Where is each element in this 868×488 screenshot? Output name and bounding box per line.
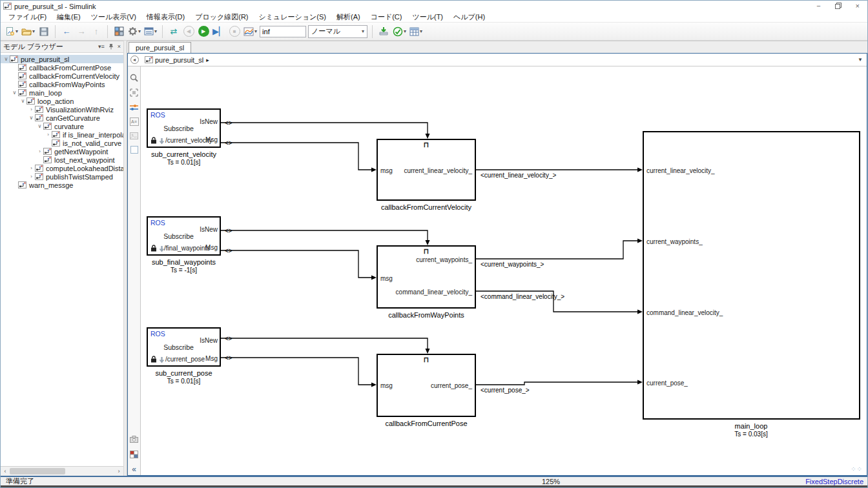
image-annotation-icon[interactable] [129,131,139,141]
tree-item-callbackFromCurrentPose[interactable]: callbackFromCurrentPose [1,63,123,72]
tree-item-main_loop[interactable]: ∨main_loop [1,88,123,97]
stop-button[interactable]: ■ [228,25,241,39]
tree-item-warn_messge[interactable]: warn_messge [1,181,123,189]
tab-pure-pursuit-sl[interactable]: pure_pursuit_sl [129,42,191,53]
tree-item-curvature[interactable]: ∨curvature [1,122,123,130]
expand-arrow-icon[interactable]: › [28,107,35,112]
signal-label[interactable]: <> [225,227,232,234]
model-configuration-button[interactable]: ▾ [143,25,158,39]
menu-code[interactable]: コード(C) [366,12,408,23]
expand-arrow-icon[interactable]: › [36,148,43,154]
tree-item-callbackFromWayPoints[interactable]: callbackFromWayPoints [1,80,123,88]
block-sub-current-pose[interactable]: ROS IsNew Subscribe Msg /current_pose [147,327,221,367]
collapse-strip-icon[interactable]: « [129,464,139,474]
collapse-arrow-icon[interactable]: ∨ [28,115,35,121]
simulation-data-inspector-button[interactable]: ▾ [243,25,258,39]
expand-arrow-icon[interactable]: › [45,132,52,137]
model-settings-button[interactable]: ▾ [127,25,141,39]
tree-item-getNextWaypoint[interactable]: ›getNextWaypoint [1,147,123,156]
menu-simulation[interactable]: シミュレーション(S) [254,12,331,23]
stop-time-input[interactable] [260,26,306,37]
wire-isnew1-to-trigger1[interactable] [221,123,428,134]
signal-label[interactable]: <current_linear_velocity_> [480,172,556,179]
scroll-right-icon[interactable]: › [114,467,123,476]
menu-tools[interactable]: ツール(T) [407,12,448,23]
screenshot-icon[interactable] [129,434,139,444]
tree-item-VisualizationWithRviz[interactable]: ›VisualizationWithRviz [1,105,123,114]
panel-horizontal-scrollbar[interactable]: ‹ › [1,466,123,476]
area-box-icon[interactable] [130,146,138,154]
new-model-button[interactable]: ▾ [5,25,19,39]
panel-pin-icon[interactable] [108,43,114,51]
signal-label[interactable]: <> [225,335,232,342]
scroll-left-icon[interactable]: ‹ [1,467,10,476]
menu-view[interactable]: ツール表示(V) [86,12,141,23]
fast-restart-icon[interactable]: ⇄ [167,25,180,39]
fit-to-view-icon[interactable] [129,88,139,97]
up-to-parent-button[interactable]: ↑ [90,25,103,39]
save-button[interactable] [37,25,50,39]
signal-label[interactable]: <current_waypoints_> [480,261,544,268]
tree-item-is_not_valid_curve[interactable]: is_not_valid_curve [1,139,123,147]
step-forward-button[interactable]: ▶▏ [212,25,226,39]
status-solver-link[interactable]: FixedStepDiscrete [805,478,863,485]
block-callback-from-waypoints[interactable]: ⊓ current_waypoints_ msg command_linear_… [377,245,476,309]
expand-arrow-icon[interactable]: › [28,174,35,179]
tree-item-lost_next_waypoint[interactable]: lost_next_waypoint [1,156,123,164]
new-model-dropdown-icon[interactable]: ▾ [16,28,18,34]
tree-item-loop_action[interactable]: ∨loop_action [1,97,123,105]
deploy-button[interactable] [377,25,390,39]
signal-label[interactable]: <> [225,139,232,147]
wire-isnew2-to-trigger2[interactable] [221,230,428,241]
tree-item-callbackFromCurrentVelocity[interactable]: callbackFromCurrentVelocity [1,72,123,80]
zoom-icon[interactable] [129,73,139,83]
step-back-button[interactable]: ◀ [182,25,195,39]
collapse-arrow-icon[interactable]: ∨ [3,56,10,62]
open-button[interactable]: ▾ [21,25,36,39]
sdi-dropdown-icon[interactable]: ▾ [254,28,257,34]
block-callback-from-current-pose[interactable]: ⊓ msg current_pose_ [377,354,476,417]
restore-button[interactable] [835,3,842,10]
tree-item-canGetCurvature[interactable]: ∨canGetCurvature [1,114,123,122]
menu-analysis[interactable]: 解析(A) [331,12,366,23]
update-diagram-button[interactable]: ▾ [392,25,407,39]
configuration-dropdown-icon[interactable]: ▾ [154,28,157,34]
tree-item-if-is_linear_interpolatio[interactable]: ›if is_linear_interpolatio [1,130,123,139]
diagram-canvas[interactable]: ROS IsNew Subscribe Msg /current_velocit… [141,66,867,475]
signal-label[interactable]: <> [225,247,232,254]
wire-pose-to-mainloop[interactable] [476,382,638,385]
settings-dropdown-icon[interactable]: ▾ [138,28,141,34]
menu-edit[interactable]: 編集(E) [52,12,86,23]
menu-file[interactable]: ファイル(F) [3,12,52,23]
block-main-loop[interactable]: current_linear_velocity_ current_waypoin… [643,131,860,420]
library-browser-button[interactable] [112,25,125,39]
adjust-sliders-icon[interactable] [129,103,139,112]
block-sub-current-velocity[interactable]: ROS IsNew Subscribe Msg /current_velocit… [147,108,221,148]
model-data-icon[interactable] [129,449,139,459]
minimize-button[interactable]: − [816,3,820,10]
open-dropdown-icon[interactable]: ▾ [32,28,35,34]
explorer-bar-toggle-icon[interactable]: ◂ [130,56,139,64]
model-data-editor-button[interactable]: ▾ [409,25,423,39]
scrollbar-thumb[interactable] [10,468,65,474]
expand-arrow-icon[interactable]: › [28,165,35,171]
panel-menu-icon[interactable]: ▾≡ [98,44,105,50]
signal-label[interactable]: <command_linear_velocity_> [480,293,564,300]
annotation-icon[interactable]: A≡ [130,117,139,126]
forward-button[interactable]: → [75,25,88,39]
breadcrumb-dropdown-icon[interactable]: ▼ [858,57,863,63]
block-callback-from-current-velocity[interactable]: ⊓ msg current_linear_velocity_ [377,139,476,201]
close-button[interactable]: × [856,3,860,10]
panel-close-icon[interactable]: × [118,44,121,50]
collapse-arrow-icon[interactable]: ∨ [19,98,26,104]
simulation-mode-select[interactable]: ノーマル ▾ [308,25,367,38]
menu-diagram[interactable]: ブロック線図(R) [190,12,253,23]
collapse-arrow-icon[interactable]: ∨ [11,90,18,96]
wire-isnew3-to-trigger3[interactable] [221,338,428,349]
signal-label[interactable]: <current_pose_> [480,387,530,394]
signal-label[interactable]: <> [225,354,232,361]
wire-waypoints-to-mainloop[interactable] [476,241,638,259]
block-sub-final-waypoints[interactable]: ROS IsNew Subscribe Msg /final_waypoints [147,216,221,256]
run-button[interactable]: ▶ [197,25,210,39]
tree-item-pure_pursuit_sl[interactable]: ∨pure_pursuit_sl [1,55,123,63]
